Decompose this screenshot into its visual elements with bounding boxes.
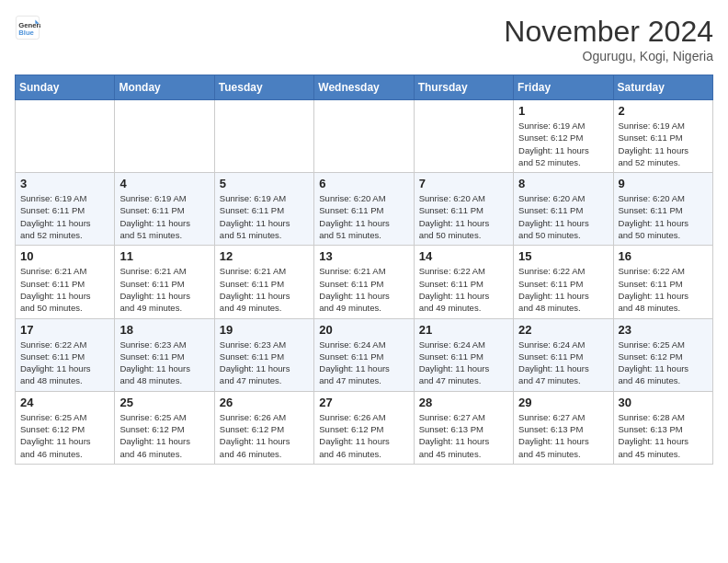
calendar-cell: 9Sunrise: 6:20 AM Sunset: 6:11 PM Daylig… — [613, 173, 712, 246]
calendar-cell: 6Sunrise: 6:20 AM Sunset: 6:11 PM Daylig… — [314, 173, 414, 246]
calendar-cell: 13Sunrise: 6:21 AM Sunset: 6:11 PM Dayli… — [314, 246, 414, 318]
calendar-cell — [214, 100, 313, 173]
day-info: Sunrise: 6:21 AM Sunset: 6:11 PM Dayligh… — [319, 265, 408, 314]
weekday-header-sunday: Sunday — [16, 75, 115, 100]
calendar-cell — [314, 100, 414, 173]
calendar-cell — [16, 100, 115, 173]
logo-icon: General Blue — [15, 15, 40, 40]
day-info: Sunrise: 6:25 AM Sunset: 6:12 PM Dayligh… — [619, 339, 708, 387]
day-info: Sunrise: 6:20 AM Sunset: 6:11 PM Dayligh… — [518, 192, 608, 241]
calendar-cell: 11Sunrise: 6:21 AM Sunset: 6:11 PM Dayli… — [115, 246, 214, 318]
day-number: 5 — [220, 177, 309, 190]
day-number: 17 — [20, 323, 109, 337]
day-number: 16 — [619, 249, 708, 263]
day-number: 2 — [619, 104, 708, 118]
day-number: 20 — [319, 323, 408, 337]
day-number: 26 — [220, 396, 309, 409]
calendar-cell: 26Sunrise: 6:26 AM Sunset: 6:12 PM Dayli… — [214, 391, 313, 464]
day-info: Sunrise: 6:27 AM Sunset: 6:13 PM Dayligh… — [518, 411, 608, 460]
svg-text:Blue: Blue — [18, 29, 34, 37]
calendar-cell: 14Sunrise: 6:22 AM Sunset: 6:11 PM Dayli… — [414, 246, 513, 318]
calendar-cell: 19Sunrise: 6:23 AM Sunset: 6:11 PM Dayli… — [214, 318, 313, 391]
calendar-cell: 16Sunrise: 6:22 AM Sunset: 6:11 PM Dayli… — [613, 246, 712, 318]
day-number: 27 — [319, 396, 408, 409]
calendar-cell: 20Sunrise: 6:24 AM Sunset: 6:11 PM Dayli… — [314, 318, 414, 391]
day-info: Sunrise: 6:26 AM Sunset: 6:12 PM Dayligh… — [220, 411, 309, 460]
calendar-cell: 24Sunrise: 6:25 AM Sunset: 6:12 PM Dayli… — [16, 391, 115, 464]
week-row-3: 10Sunrise: 6:21 AM Sunset: 6:11 PM Dayli… — [16, 246, 713, 318]
day-number: 7 — [419, 177, 508, 190]
weekday-header-wednesday: Wednesday — [314, 75, 414, 100]
day-number: 21 — [419, 323, 508, 337]
calendar-cell — [414, 100, 513, 173]
calendar-cell: 28Sunrise: 6:27 AM Sunset: 6:13 PM Dayli… — [414, 391, 513, 464]
calendar-cell: 18Sunrise: 6:23 AM Sunset: 6:11 PM Dayli… — [115, 318, 214, 391]
day-info: Sunrise: 6:27 AM Sunset: 6:13 PM Dayligh… — [419, 411, 508, 460]
day-info: Sunrise: 6:24 AM Sunset: 6:11 PM Dayligh… — [419, 339, 508, 387]
day-number: 28 — [419, 396, 508, 409]
week-row-4: 17Sunrise: 6:22 AM Sunset: 6:11 PM Dayli… — [16, 318, 713, 391]
location: Ogurugu, Kogi, Nigeria — [504, 49, 713, 63]
day-info: Sunrise: 6:24 AM Sunset: 6:11 PM Dayligh… — [518, 339, 608, 387]
day-info: Sunrise: 6:23 AM Sunset: 6:11 PM Dayligh… — [119, 339, 209, 387]
day-number: 4 — [119, 177, 209, 190]
calendar-cell: 30Sunrise: 6:28 AM Sunset: 6:13 PM Dayli… — [613, 391, 712, 464]
day-number: 9 — [619, 177, 708, 190]
day-number: 25 — [119, 396, 209, 409]
day-info: Sunrise: 6:22 AM Sunset: 6:11 PM Dayligh… — [619, 265, 708, 314]
calendar-cell: 7Sunrise: 6:20 AM Sunset: 6:11 PM Daylig… — [414, 173, 513, 246]
calendar-cell: 8Sunrise: 6:20 AM Sunset: 6:11 PM Daylig… — [514, 173, 613, 246]
day-number: 12 — [220, 249, 309, 263]
calendar-cell: 29Sunrise: 6:27 AM Sunset: 6:13 PM Dayli… — [514, 391, 613, 464]
calendar-cell: 1Sunrise: 6:19 AM Sunset: 6:12 PM Daylig… — [514, 100, 613, 173]
week-row-2: 3Sunrise: 6:19 AM Sunset: 6:11 PM Daylig… — [16, 173, 713, 246]
day-number: 19 — [220, 323, 309, 337]
day-number: 10 — [20, 249, 109, 263]
day-info: Sunrise: 6:20 AM Sunset: 6:11 PM Dayligh… — [419, 192, 508, 241]
calendar-cell: 27Sunrise: 6:26 AM Sunset: 6:12 PM Dayli… — [314, 391, 414, 464]
calendar-cell: 17Sunrise: 6:22 AM Sunset: 6:11 PM Dayli… — [16, 318, 115, 391]
weekday-header-tuesday: Tuesday — [214, 75, 313, 100]
day-info: Sunrise: 6:19 AM Sunset: 6:11 PM Dayligh… — [119, 192, 209, 241]
month-title: November 2024 — [504, 15, 713, 49]
calendar-cell: 5Sunrise: 6:19 AM Sunset: 6:11 PM Daylig… — [214, 173, 313, 246]
day-info: Sunrise: 6:23 AM Sunset: 6:11 PM Dayligh… — [220, 339, 309, 387]
logo: General Blue — [15, 15, 40, 40]
calendar-cell: 2Sunrise: 6:19 AM Sunset: 6:11 PM Daylig… — [613, 100, 712, 173]
weekday-header-row: SundayMondayTuesdayWednesdayThursdayFrid… — [16, 75, 713, 100]
calendar-cell: 4Sunrise: 6:19 AM Sunset: 6:11 PM Daylig… — [115, 173, 214, 246]
day-number: 18 — [119, 323, 209, 337]
day-number: 24 — [20, 396, 109, 409]
weekday-header-monday: Monday — [115, 75, 214, 100]
day-number: 14 — [419, 249, 508, 263]
day-number: 30 — [619, 396, 708, 409]
weekday-header-thursday: Thursday — [414, 75, 513, 100]
day-number: 3 — [20, 177, 109, 190]
calendar-cell: 23Sunrise: 6:25 AM Sunset: 6:12 PM Dayli… — [613, 318, 712, 391]
day-number: 1 — [518, 104, 608, 118]
day-number: 23 — [619, 323, 708, 337]
day-info: Sunrise: 6:21 AM Sunset: 6:11 PM Dayligh… — [119, 265, 209, 314]
day-number: 15 — [518, 249, 608, 263]
day-info: Sunrise: 6:22 AM Sunset: 6:11 PM Dayligh… — [20, 339, 109, 387]
day-info: Sunrise: 6:21 AM Sunset: 6:11 PM Dayligh… — [20, 265, 109, 314]
day-info: Sunrise: 6:26 AM Sunset: 6:12 PM Dayligh… — [319, 411, 408, 460]
calendar-cell: 12Sunrise: 6:21 AM Sunset: 6:11 PM Dayli… — [214, 246, 313, 318]
calendar-cell: 3Sunrise: 6:19 AM Sunset: 6:11 PM Daylig… — [16, 173, 115, 246]
calendar-table: SundayMondayTuesdayWednesdayThursdayFrid… — [15, 75, 713, 465]
day-info: Sunrise: 6:19 AM Sunset: 6:11 PM Dayligh… — [220, 192, 309, 241]
day-number: 11 — [119, 249, 209, 263]
day-info: Sunrise: 6:20 AM Sunset: 6:11 PM Dayligh… — [619, 192, 708, 241]
week-row-5: 24Sunrise: 6:25 AM Sunset: 6:12 PM Dayli… — [16, 391, 713, 464]
day-number: 22 — [518, 323, 608, 337]
day-number: 29 — [518, 396, 608, 409]
day-number: 6 — [319, 177, 408, 190]
weekday-header-saturday: Saturday — [613, 75, 712, 100]
day-info: Sunrise: 6:21 AM Sunset: 6:11 PM Dayligh… — [220, 265, 309, 314]
day-info: Sunrise: 6:22 AM Sunset: 6:11 PM Dayligh… — [518, 265, 608, 314]
calendar-cell: 15Sunrise: 6:22 AM Sunset: 6:11 PM Dayli… — [514, 246, 613, 318]
calendar-cell: 22Sunrise: 6:24 AM Sunset: 6:11 PM Dayli… — [514, 318, 613, 391]
day-info: Sunrise: 6:19 AM Sunset: 6:12 PM Dayligh… — [518, 120, 608, 168]
calendar-cell: 10Sunrise: 6:21 AM Sunset: 6:11 PM Dayli… — [16, 246, 115, 318]
day-info: Sunrise: 6:25 AM Sunset: 6:12 PM Dayligh… — [20, 411, 109, 460]
